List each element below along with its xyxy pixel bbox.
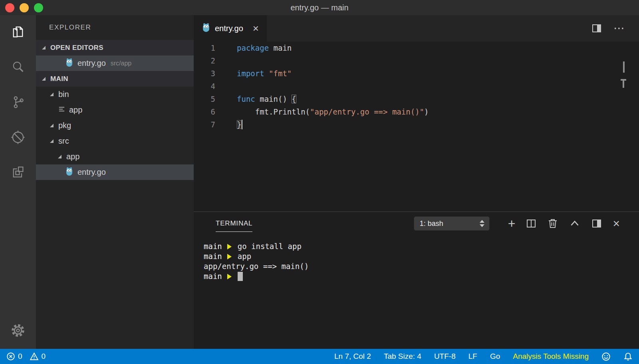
- line-number: 7: [194, 118, 224, 131]
- split-editor-button[interactable]: [591, 23, 602, 34]
- terminal-panel: TERMINAL 1: bash +: [194, 212, 639, 349]
- cursor-position-status[interactable]: Ln 7, Col 2: [334, 352, 371, 361]
- feedback-button[interactable]: [601, 352, 611, 361]
- split-terminal-icon: [526, 218, 537, 229]
- eol-status[interactable]: LF: [468, 352, 477, 361]
- files-icon: [11, 25, 25, 41]
- open-editor-detail: src/app: [111, 60, 131, 67]
- tree-item-src[interactable]: src: [36, 133, 194, 149]
- tree-label: app: [66, 152, 79, 161]
- terminal-content[interactable]: main go install app main app app/entry.g…: [194, 235, 639, 349]
- tab-bar: entry.go × ⋯: [194, 15, 639, 42]
- settings-button[interactable]: [0, 314, 36, 349]
- code-text: [224, 54, 237, 67]
- panel-actions: 1: bash +: [414, 216, 620, 231]
- tab-size-status[interactable]: Tab Size: 4: [384, 352, 421, 361]
- terminal-line: main go install app: [204, 241, 639, 251]
- shell-select-value: 1: bash: [420, 220, 443, 228]
- tab-entry-go[interactable]: entry.go ×: [194, 15, 267, 42]
- code-line[interactable]: 3 import "fmt": [194, 67, 639, 80]
- line-number: 6: [194, 105, 224, 118]
- code-line[interactable]: 7 }: [194, 118, 639, 131]
- errors-status[interactable]: 0: [6, 352, 22, 361]
- terminal-line: main: [204, 271, 639, 281]
- open-editor-item-entry-go[interactable]: entry.go src/app: [36, 55, 194, 71]
- search-activity-button[interactable]: [0, 50, 36, 85]
- tree-item-app-folder[interactable]: app: [36, 149, 194, 164]
- code-text: }: [224, 118, 242, 131]
- line-number: 1: [194, 42, 224, 54]
- notifications-button[interactable]: [623, 352, 633, 361]
- activity-bar: [0, 15, 36, 349]
- extensions-activity-button[interactable]: [0, 156, 36, 191]
- close-panel-icon[interactable]: ×: [613, 218, 620, 229]
- more-actions-icon[interactable]: ⋯: [613, 23, 625, 34]
- line-number: 2: [194, 54, 224, 67]
- code-line[interactable]: 4: [194, 80, 639, 93]
- tree-label: src: [58, 136, 69, 146]
- window-title: entry.go — main: [0, 0, 639, 15]
- smiley-icon: [601, 352, 611, 361]
- code-line[interactable]: 5 func main() {: [194, 93, 639, 105]
- code-text: [224, 80, 237, 93]
- minimap[interactable]: [618, 42, 627, 212]
- prompt-arrow-icon: [227, 244, 232, 249]
- select-arrows-icon: [480, 220, 484, 227]
- terminal-shell-select[interactable]: 1: bash: [414, 216, 490, 231]
- folder-section-label: MAIN: [50, 75, 68, 83]
- panel-layout-button[interactable]: [591, 218, 602, 229]
- warnings-status[interactable]: 0: [30, 352, 46, 361]
- analysis-tools-status[interactable]: Analysis Tools Missing: [513, 352, 589, 361]
- editor-actions: ⋯: [591, 15, 639, 42]
- go-file-icon: [202, 23, 210, 34]
- chevron-expanded-icon: [50, 124, 54, 127]
- minimap-mark: [623, 61, 625, 73]
- sidebar-title: EXPLORER: [36, 15, 194, 40]
- code-editor[interactable]: 1 package main 2 3 import "fmt" 4 5: [194, 42, 639, 212]
- code-text: package main: [224, 42, 292, 54]
- line-number: 5: [194, 93, 224, 105]
- tree-label: bin: [58, 90, 69, 99]
- trash-icon: [547, 218, 558, 229]
- chevron-expanded-icon: [42, 77, 46, 81]
- open-editors-label: OPEN EDITORS: [50, 44, 103, 52]
- tree-item-bin[interactable]: bin: [36, 87, 194, 102]
- line-number: 4: [194, 80, 224, 93]
- explorer-activity-button[interactable]: [0, 15, 36, 50]
- maximize-panel-button[interactable]: [569, 218, 581, 229]
- folder-section-header[interactable]: MAIN: [36, 71, 194, 87]
- tree-label: pkg: [58, 121, 71, 130]
- titlebar: entry.go — main: [0, 0, 639, 15]
- prompt-arrow-icon: [227, 274, 232, 279]
- tab-label: entry.go: [215, 24, 243, 33]
- code-line[interactable]: 2: [194, 54, 639, 67]
- tree-label: entry.go: [77, 168, 106, 177]
- chevron-expanded-icon: [42, 46, 46, 49]
- activity-bottom: [0, 314, 36, 349]
- split-terminal-button[interactable]: [526, 218, 537, 229]
- kill-terminal-button[interactable]: [547, 218, 558, 229]
- code-line[interactable]: 1 package main: [194, 42, 639, 54]
- tree-item-app-binary[interactable]: app: [36, 102, 194, 118]
- debug-activity-button[interactable]: [0, 121, 36, 156]
- encoding-status[interactable]: UTF-8: [434, 352, 456, 361]
- go-file-icon: [65, 167, 73, 178]
- bell-icon: [623, 352, 633, 361]
- tree-item-entry-go[interactable]: entry.go: [36, 164, 194, 180]
- go-file-icon: [65, 58, 73, 69]
- split-editor-icon: [591, 23, 602, 34]
- new-terminal-icon[interactable]: +: [508, 217, 516, 230]
- text-cursor: [242, 120, 242, 129]
- source-control-activity-button[interactable]: [0, 85, 36, 121]
- terminal-panel-tab[interactable]: TERMINAL: [216, 220, 252, 232]
- tree-item-pkg[interactable]: pkg: [36, 118, 194, 133]
- open-editors-header[interactable]: OPEN EDITORS: [36, 40, 194, 55]
- close-tab-icon[interactable]: ×: [253, 23, 259, 34]
- code-text: func main() {: [224, 93, 296, 105]
- chevron-expanded-icon: [50, 139, 54, 143]
- file-icon: [58, 105, 65, 115]
- gear-icon: [10, 323, 26, 340]
- terminal-line: main app: [204, 251, 639, 261]
- code-line[interactable]: 6 fmt.Println("app/entry.go ==> main()"): [194, 105, 639, 118]
- language-status[interactable]: Go: [490, 352, 500, 361]
